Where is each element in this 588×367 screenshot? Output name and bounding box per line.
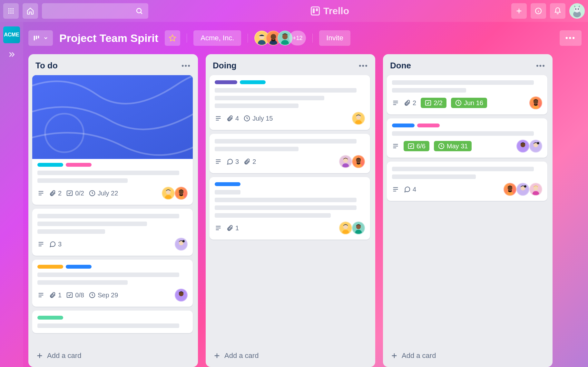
list-title[interactable]: To do bbox=[35, 61, 58, 71]
member-avatar[interactable] bbox=[504, 183, 516, 196]
svg-point-6 bbox=[8, 13, 10, 14]
app-logo[interactable]: Trello bbox=[152, 5, 507, 16]
attach-badge: 1 bbox=[49, 292, 62, 299]
member-avatar[interactable] bbox=[339, 155, 352, 168]
card[interactable]: 1 bbox=[210, 177, 370, 240]
card-members bbox=[504, 183, 542, 196]
comments-badge: 4 bbox=[404, 186, 416, 193]
card-labels bbox=[392, 124, 542, 127]
label-blue[interactable] bbox=[215, 182, 240, 186]
team-name-button[interactable]: Acme, Inc. bbox=[193, 30, 241, 46]
list-menu-button[interactable]: ••• bbox=[536, 62, 545, 70]
card-title-placeholder bbox=[37, 323, 188, 328]
list-menu-button[interactable]: ••• bbox=[359, 62, 368, 70]
svg-point-52 bbox=[524, 185, 526, 187]
card-title-placeholder bbox=[392, 80, 542, 93]
divider bbox=[248, 34, 248, 43]
card[interactable]: 3 bbox=[32, 209, 193, 256]
add-card-button[interactable]: Add a card bbox=[210, 346, 371, 365]
home-icon[interactable] bbox=[23, 3, 38, 19]
desc-badge bbox=[392, 186, 399, 193]
more-members-count[interactable]: +12 bbox=[289, 31, 306, 45]
member-avatar[interactable] bbox=[162, 187, 175, 200]
label-green[interactable] bbox=[37, 316, 63, 320]
label-blue[interactable] bbox=[66, 265, 92, 269]
card[interactable]: 6/6 May 31 bbox=[387, 118, 547, 158]
card-labels bbox=[215, 80, 365, 84]
board-title[interactable]: Project Team Spirit bbox=[59, 32, 158, 45]
card-labels bbox=[37, 163, 188, 167]
card-cover bbox=[32, 75, 193, 159]
member-avatar[interactable] bbox=[175, 238, 188, 251]
create-button[interactable] bbox=[511, 3, 527, 19]
comments-badge: 3 bbox=[49, 241, 62, 248]
member-avatar[interactable] bbox=[516, 140, 529, 153]
board-view-switcher[interactable] bbox=[28, 30, 53, 46]
member-avatar[interactable] bbox=[529, 183, 542, 196]
apps-icon[interactable] bbox=[3, 3, 19, 19]
card[interactable]: 4July 15 bbox=[210, 75, 370, 130]
label-cyan[interactable] bbox=[37, 163, 63, 167]
svg-rect-33 bbox=[67, 293, 73, 298]
board-members[interactable]: +12 bbox=[254, 31, 306, 45]
info-icon[interactable] bbox=[531, 3, 546, 19]
list: Doing•••4July 15321Add a card bbox=[206, 54, 375, 367]
date_done-badge: Jun 16 bbox=[451, 98, 487, 108]
svg-point-23 bbox=[271, 34, 276, 39]
card-badges: 32 bbox=[215, 158, 256, 165]
list-title[interactable]: Done bbox=[390, 61, 411, 71]
label-pink[interactable] bbox=[66, 163, 92, 167]
member-avatar[interactable] bbox=[352, 112, 365, 125]
cards-container: 20/2July 22310/8Sep 29 bbox=[32, 75, 194, 346]
desc-badge bbox=[37, 292, 44, 299]
card-badges: 20/2July 22 bbox=[37, 190, 118, 197]
attach-badge: 4 bbox=[226, 115, 239, 122]
card[interactable]: 2 2/2 Jun 16 bbox=[387, 75, 547, 114]
search-input[interactable] bbox=[42, 3, 148, 19]
member-avatar[interactable] bbox=[352, 155, 365, 168]
svg-rect-19 bbox=[34, 36, 35, 41]
svg-point-49 bbox=[537, 142, 539, 144]
label-yellow[interactable] bbox=[37, 265, 63, 269]
add-card-button[interactable]: Add a card bbox=[32, 346, 194, 365]
svg-point-7 bbox=[10, 13, 12, 14]
list-menu-button[interactable]: ••• bbox=[181, 62, 191, 70]
label-pink[interactable] bbox=[417, 124, 440, 127]
svg-point-1 bbox=[10, 8, 12, 10]
svg-point-17 bbox=[575, 8, 576, 10]
label-blue[interactable] bbox=[392, 124, 415, 127]
member-avatar[interactable] bbox=[339, 222, 352, 234]
member-avatar[interactable] bbox=[529, 96, 542, 109]
svg-point-18 bbox=[578, 8, 579, 10]
svg-rect-10 bbox=[311, 7, 319, 15]
card[interactable]: 32 bbox=[210, 134, 370, 173]
date-badge: July 15 bbox=[243, 115, 273, 122]
member-avatar[interactable] bbox=[175, 187, 188, 200]
desc-badge bbox=[392, 143, 399, 150]
date-badge: Sep 29 bbox=[89, 292, 118, 299]
card[interactable]: 10/8Sep 29 bbox=[32, 260, 193, 307]
svg-point-0 bbox=[8, 8, 10, 10]
member-avatar[interactable] bbox=[175, 289, 188, 302]
add-card-button[interactable]: Add a card bbox=[387, 346, 549, 365]
attach-badge: 2 bbox=[404, 99, 416, 107]
top-bar: Trello bbox=[0, 0, 588, 22]
board-menu-button[interactable]: ••• bbox=[560, 30, 582, 46]
user-avatar[interactable] bbox=[569, 3, 585, 19]
label-cyan[interactable] bbox=[240, 80, 266, 84]
label-purple[interactable] bbox=[215, 80, 237, 84]
card[interactable] bbox=[32, 311, 193, 333]
expand-sidebar-icon[interactable] bbox=[7, 50, 16, 60]
member-avatar[interactable] bbox=[529, 140, 542, 153]
notifications-icon[interactable] bbox=[550, 3, 565, 19]
member-avatar[interactable] bbox=[516, 183, 529, 196]
card[interactable]: 4 bbox=[387, 162, 547, 201]
card[interactable]: 20/2July 22 bbox=[32, 75, 193, 205]
star-board-button[interactable] bbox=[165, 30, 180, 46]
member-avatar[interactable] bbox=[352, 222, 365, 234]
divider bbox=[187, 34, 187, 43]
list-title[interactable]: Doing bbox=[213, 61, 237, 71]
invite-button[interactable]: Invite bbox=[319, 30, 350, 46]
workspace-badge[interactable]: ACME bbox=[3, 26, 20, 43]
attach-badge: 2 bbox=[49, 190, 62, 197]
